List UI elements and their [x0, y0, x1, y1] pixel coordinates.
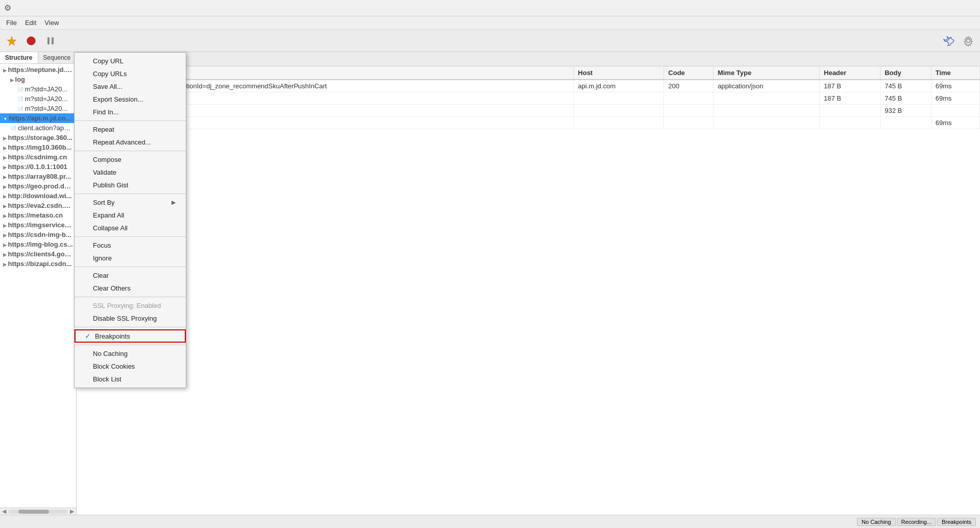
menu-file[interactable]: File — [2, 18, 21, 28]
context-menu-item[interactable]: Compose — [75, 153, 186, 166]
context-menu-item-label: Block Cookies — [93, 363, 135, 370]
minimize-button[interactable] — [903, 0, 927, 16]
sidebar-item-label: https://imgservice.c... — [8, 221, 76, 229]
context-menu-item[interactable]: Find In... — [75, 106, 186, 118]
sidebar-tabs: Structure Sequence — [0, 52, 76, 64]
gear-button[interactable] — [960, 32, 977, 50]
sidebar-tree-item[interactable]: ▶ https://eva2.csdn.n... — [0, 201, 76, 210]
content-tabs: Overview Summary Chart — [77, 52, 980, 66]
close-button[interactable] — [952, 0, 976, 16]
col-host: Host — [574, 66, 664, 80]
context-menu-item[interactable]: Expand All — [75, 209, 186, 222]
sidebar-tree-item[interactable]: ▶ https://csdnimg.cn — [0, 152, 76, 162]
context-menu-item[interactable]: Clear Others — [75, 282, 186, 295]
context-menu-item[interactable]: Export Session... — [75, 93, 186, 106]
sidebar-tree-item[interactable]: ▶ https://array808.pr... — [0, 172, 76, 181]
context-menu-item[interactable]: Validate — [75, 166, 186, 179]
context-menu: Copy URLCopy URLsSave All...Export Sessi… — [74, 52, 186, 388]
context-menu-item-label: Copy URL — [93, 57, 124, 65]
sidebar-item-label: log — [15, 76, 26, 83]
sidebar-tree-item[interactable]: 📄 m?std=JA20... — [0, 94, 76, 104]
context-menu-item-label: Ignore — [93, 254, 112, 262]
context-menu-item-label: Focus — [93, 242, 111, 249]
sidebar-scrollbar[interactable]: ◀ ▶ — [0, 508, 76, 515]
context-menu-item[interactable]: Ignore — [75, 252, 186, 265]
context-menu-item[interactable]: Repeat Advanced... — [75, 136, 186, 149]
col-mime: Mime Type — [713, 66, 819, 80]
context-menu-item-label: Validate — [93, 169, 116, 176]
sidebar-tree-item[interactable]: 📄 m?std=JA20... — [0, 104, 76, 113]
context-menu-item-label: Find In... — [93, 108, 119, 116]
horizontal-scrollbar[interactable] — [8, 510, 68, 514]
app-icon: ⚙ — [4, 3, 11, 13]
context-menu-item[interactable]: Block List — [75, 373, 186, 386]
cell-time: 69ms — [931, 80, 979, 92]
context-menu-item[interactable]: Sort By▶ — [75, 196, 186, 209]
total-row: Total 187 B 745 B 69ms — [77, 92, 980, 105]
context-menu-item[interactable]: Repeat — [75, 123, 186, 136]
context-menu-item[interactable]: Copy URL — [75, 55, 186, 67]
context-menu-item: SSL Proxying: Enabled — [75, 299, 186, 312]
no-caching-button[interactable]: No Caching — [857, 518, 895, 526]
breakpoints-button[interactable]: Breakpoints — [937, 518, 976, 526]
sidebar-item-label: https://img-blog.cs... — [8, 241, 73, 248]
pause-button[interactable] — [42, 32, 59, 50]
settings-button[interactable] — [940, 32, 958, 50]
sidebar-tree-item[interactable]: ▼ https://api.m.jd.co... — [0, 113, 76, 123]
context-menu-item[interactable]: Publish Gist — [75, 179, 186, 191]
context-menu-item-label: Breakpoints — [95, 332, 130, 340]
maximize-button[interactable] — [928, 0, 951, 16]
gear-icon — [963, 35, 974, 46]
sidebar-tree-item[interactable]: ▶ https://metaso.cn — [0, 210, 76, 220]
context-menu-item[interactable]: ✓Breakpoints — [75, 329, 186, 343]
context-menu-item[interactable]: Clear — [75, 269, 186, 282]
sidebar-item-label: https://eva2.csdn.n... — [8, 202, 74, 209]
context-menu-item-label: Publish Gist — [93, 181, 128, 189]
grand-total-row: Grand Total 932 B — [77, 105, 980, 117]
submenu-arrow-icon: ▶ — [172, 199, 176, 206]
sidebar-tree-item[interactable]: ▶ https://img-blog.cs... — [0, 239, 76, 249]
wand-button[interactable] — [3, 32, 20, 50]
sidebar-tree-item[interactable]: ▶ http://download.wi... — [0, 191, 76, 201]
context-menu-item[interactable]: Focus — [75, 239, 186, 252]
sidebar-tree-item[interactable]: ▶ https://0.1.0.1:1001 — [0, 162, 76, 172]
sidebar-tree-item[interactable]: ▶ https://geo.prod.do... — [0, 181, 76, 191]
record-button[interactable] — [22, 32, 40, 50]
scrollbar-thumb[interactable] — [18, 510, 49, 514]
context-menu-item-label: Expand All — [93, 211, 124, 219]
sidebar-tree-item[interactable]: 📄 client.action?app... — [0, 123, 76, 133]
sidebar-tree-item[interactable]: 📄 m?std=JA20... — [0, 84, 76, 94]
sidebar-item-label: http://download.wi... — [8, 192, 72, 200]
svg-point-1 — [27, 37, 35, 45]
sidebar-item-label: https://0.1.0.1:1001 — [8, 163, 67, 171]
recording-button[interactable]: Recording... — [897, 518, 936, 526]
table-row[interactable]: 📄 client.action?appid=dj_mini&functionId… — [77, 80, 980, 92]
menu-view[interactable]: View — [40, 18, 63, 28]
sidebar-tree-item[interactable]: ▶ log — [0, 75, 76, 84]
context-menu-item[interactable]: Collapse All — [75, 222, 186, 234]
sidebar-item-label: m?std=JA20... — [25, 105, 67, 112]
sidebar-tree-item[interactable]: ▶ https://storage.360... — [0, 133, 76, 142]
statusbar-buttons: No Caching Recording... Breakpoints — [857, 518, 976, 526]
sidebar-tree-item[interactable]: ▶ https://bizapi.csdn... — [0, 259, 76, 269]
context-menu-item-label: Clear — [93, 272, 109, 279]
tab-sequence[interactable]: Sequence — [38, 52, 77, 63]
context-menu-item[interactable]: Disable SSL Proxying — [75, 312, 186, 325]
context-menu-item-label: SSL Proxying: Enabled — [93, 302, 161, 309]
sidebar-tree-item[interactable]: ▶ https://clients4.goo... — [0, 249, 76, 259]
context-menu-item[interactable]: No Caching — [75, 347, 186, 360]
sidebar-tree-item[interactable]: ▶ https://csdn-img-b... — [0, 230, 76, 239]
sidebar-item-label: https://api.m.jd.co... — [9, 114, 71, 122]
context-menu-item[interactable]: Copy URLs — [75, 67, 186, 80]
sidebar-tree-item[interactable]: ▶ https://imgservice.c... — [0, 220, 76, 230]
statusbar: No Caching Recording... Breakpoints — [0, 515, 980, 528]
sidebar-item-label: https://neptune.jd.c... — [8, 66, 75, 74]
sidebar-tree-item[interactable]: ▶ https://img10.360b... — [0, 142, 76, 152]
menu-edit[interactable]: Edit — [21, 18, 40, 28]
context-menu-item[interactable]: Block Cookies — [75, 360, 186, 373]
sidebar-tree-item[interactable]: ▶ https://neptune.jd.c... — [0, 65, 76, 75]
cell-code: 200 — [664, 80, 714, 92]
context-menu-item[interactable]: Save All... — [75, 80, 186, 93]
context-menu-separator — [75, 236, 186, 237]
tab-structure[interactable]: Structure — [0, 52, 38, 63]
